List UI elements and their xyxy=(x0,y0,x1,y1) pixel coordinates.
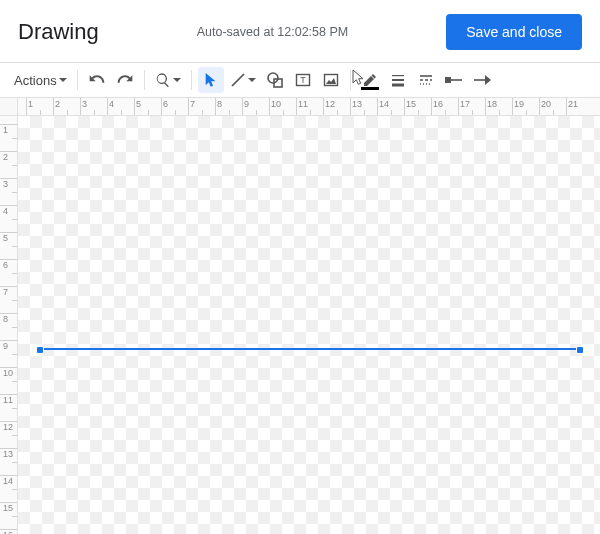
line-icon xyxy=(230,72,246,88)
toolbar: Actions T xyxy=(0,62,600,98)
line-start-handle[interactable] xyxy=(36,346,44,354)
image-icon xyxy=(323,72,339,88)
select-tool-button[interactable] xyxy=(198,67,224,93)
toolbar-separator xyxy=(350,70,351,90)
actions-label: Actions xyxy=(14,73,57,88)
dialog-header: Drawing Auto-saved at 12:02:58 PM Save a… xyxy=(0,0,600,62)
svg-rect-6 xyxy=(392,75,404,76)
ruler-corner xyxy=(0,98,18,116)
toolbar-separator xyxy=(191,70,192,90)
undo-icon xyxy=(89,72,105,88)
autosave-status: Auto-saved at 12:02:58 PM xyxy=(99,25,447,39)
drawing-dialog: Drawing Auto-saved at 12:02:58 PM Save a… xyxy=(0,0,600,534)
line-end-button[interactable] xyxy=(469,67,495,93)
vertical-ruler: 12345678910111213141516 xyxy=(0,116,18,534)
redo-icon xyxy=(117,72,133,88)
svg-rect-13 xyxy=(445,77,451,83)
line-color-button[interactable] xyxy=(357,67,383,93)
svg-point-1 xyxy=(268,73,278,83)
svg-rect-8 xyxy=(392,84,404,87)
line-end-icon xyxy=(473,72,491,88)
textbox-tool-button[interactable]: T xyxy=(290,67,316,93)
toolbar-separator xyxy=(77,70,78,90)
caret-down-icon xyxy=(59,78,67,83)
pencil-icon xyxy=(362,72,378,88)
svg-line-0 xyxy=(232,74,244,86)
zoom-button[interactable] xyxy=(151,67,185,93)
line-tool-button[interactable] xyxy=(226,67,260,93)
actions-menu-button[interactable]: Actions xyxy=(10,67,71,93)
line-shape[interactable] xyxy=(40,348,580,350)
redo-button[interactable] xyxy=(112,67,138,93)
workspace: 123456789101112131415161718192021 123456… xyxy=(0,98,600,534)
line-start-button[interactable] xyxy=(441,67,467,93)
line-dash-icon xyxy=(418,72,434,88)
line-dash-button[interactable] xyxy=(413,67,439,93)
image-tool-button[interactable] xyxy=(318,67,344,93)
horizontal-ruler: 123456789101112131415161718192021 xyxy=(18,98,600,116)
dialog-title: Drawing xyxy=(18,19,99,45)
svg-text:T: T xyxy=(300,75,306,85)
select-cursor-icon xyxy=(204,72,218,88)
caret-down-icon xyxy=(248,78,256,83)
color-swatch xyxy=(361,87,379,90)
svg-rect-7 xyxy=(392,79,404,81)
undo-button[interactable] xyxy=(84,67,110,93)
caret-down-icon xyxy=(173,78,181,83)
shape-icon xyxy=(267,72,283,88)
line-end-handle[interactable] xyxy=(576,346,584,354)
line-weight-button[interactable] xyxy=(385,67,411,93)
zoom-icon xyxy=(155,72,171,88)
shape-tool-button[interactable] xyxy=(262,67,288,93)
save-and-close-button[interactable]: Save and close xyxy=(446,14,582,50)
toolbar-separator xyxy=(144,70,145,90)
drawing-canvas[interactable] xyxy=(18,116,600,534)
textbox-icon: T xyxy=(295,72,311,88)
line-start-icon xyxy=(445,72,463,88)
line-weight-icon xyxy=(390,72,406,88)
